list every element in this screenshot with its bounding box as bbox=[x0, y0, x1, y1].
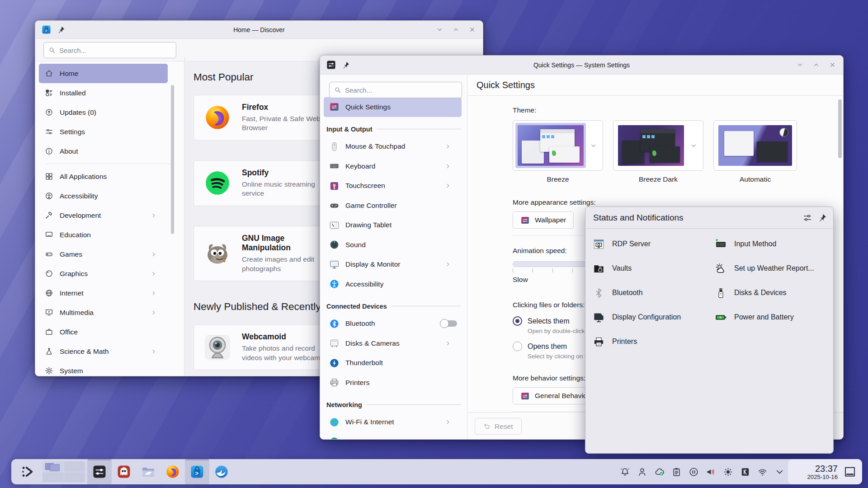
minimize-icon[interactable] bbox=[436, 26, 443, 33]
sidebar-item-science-math[interactable]: Science & Math bbox=[39, 342, 168, 361]
digital-clock[interactable]: 23:37 2025-10-16 bbox=[795, 464, 838, 480]
settings-item-mouse-touchpad[interactable]: Mouse & Touchpad bbox=[324, 137, 462, 157]
theme-dropdown-button[interactable] bbox=[686, 123, 701, 168]
popup-item-printers[interactable]: Printers bbox=[593, 329, 708, 354]
sidebar-item-accessibility[interactable]: Accessibility bbox=[39, 186, 168, 206]
close-icon[interactable] bbox=[829, 61, 836, 68]
tray-brightness[interactable] bbox=[719, 459, 736, 484]
pin-icon[interactable] bbox=[57, 26, 65, 33]
bluetooth-icon bbox=[593, 287, 605, 299]
sidebar-item-installed[interactable]: Installed bbox=[39, 83, 168, 103]
settings-item-display-monitor[interactable]: Display & Monitor bbox=[324, 255, 462, 275]
theme-card-breeze[interactable] bbox=[513, 120, 603, 171]
virtual-desktop-pager[interactable] bbox=[42, 461, 85, 482]
sidebar-item-home[interactable]: Home bbox=[39, 64, 168, 83]
popup-item-bluetooth[interactable]: Bluetooth bbox=[593, 281, 708, 305]
sidebar-item-all-applications[interactable]: All Applications bbox=[39, 167, 168, 186]
taskbar-system-settings[interactable] bbox=[87, 459, 112, 484]
taskbar-discover[interactable] bbox=[185, 459, 209, 484]
k-app-icon bbox=[740, 467, 750, 477]
radio-dot[interactable] bbox=[513, 342, 522, 351]
settings-item-label: Game Controller bbox=[345, 202, 457, 210]
popup-item-set-up-weather-report[interactable]: Set up Weather Report... bbox=[715, 256, 830, 281]
popup-item-disks-devices[interactable]: Disks & Devices bbox=[715, 281, 830, 305]
radio-dot[interactable] bbox=[513, 316, 522, 326]
tray-clipboard[interactable] bbox=[668, 459, 685, 484]
reset-button[interactable]: Reset bbox=[475, 418, 522, 435]
sidebar-item-system[interactable]: System bbox=[39, 361, 168, 376]
minimize-icon[interactable] bbox=[797, 61, 803, 68]
chevron-down-icon bbox=[590, 142, 597, 149]
pin-icon[interactable] bbox=[342, 61, 350, 69]
show-desktop-icon[interactable] bbox=[843, 465, 857, 479]
settings-item-disks-cameras[interactable]: Disks & Cameras bbox=[324, 333, 462, 353]
taskbar-dolphin-file-manager[interactable] bbox=[136, 459, 160, 484]
taskbar-falkon-browser[interactable] bbox=[209, 459, 234, 484]
tray-expand-tray[interactable] bbox=[771, 459, 788, 484]
search-input[interactable] bbox=[345, 86, 457, 94]
popup-item-label: Set up Weather Report... bbox=[734, 264, 814, 272]
wallpaper-button[interactable]: Wallpaper bbox=[513, 211, 574, 229]
rdp-server-icon bbox=[593, 238, 605, 250]
sidebar-item-settings[interactable]: Settings bbox=[39, 122, 168, 141]
pin-icon[interactable] bbox=[818, 213, 827, 222]
tray-k-app[interactable] bbox=[736, 459, 754, 484]
settings-item-game-controller[interactable]: Game Controller bbox=[324, 196, 462, 216]
settings-item-wi-fi-internet[interactable]: Wi-Fi & Internet bbox=[324, 413, 462, 432]
display-monitor-icon bbox=[329, 259, 340, 270]
search-field[interactable] bbox=[329, 82, 462, 98]
popup-item-display-configuration[interactable]: Display Configuration bbox=[593, 305, 708, 329]
tray-cloud-sync[interactable] bbox=[651, 459, 668, 484]
configure-icon[interactable] bbox=[802, 213, 812, 223]
settings-item-bluetooth[interactable]: Bluetooth bbox=[324, 314, 462, 334]
updates-icon bbox=[45, 108, 53, 117]
settings-item-sound[interactable]: Sound bbox=[324, 235, 462, 255]
bluetooth-toggle[interactable] bbox=[441, 320, 457, 327]
settings-item-printers[interactable]: Printers bbox=[324, 373, 462, 393]
theme-dropdown-button[interactable] bbox=[586, 123, 600, 168]
display-configuration-icon bbox=[593, 311, 605, 324]
sidebar-item-graphics[interactable]: Graphics bbox=[39, 264, 168, 283]
popup-item-power-and-battery[interactable]: Power and Battery bbox=[715, 305, 830, 329]
search-field[interactable] bbox=[43, 42, 176, 58]
settings-item-touchscreen[interactable]: Touchscreen bbox=[324, 176, 462, 196]
maximize-icon[interactable] bbox=[813, 61, 820, 68]
tray-network-wifi[interactable] bbox=[754, 459, 771, 484]
sidebar-item-updates-0[interactable]: Updates (0) bbox=[39, 103, 168, 122]
general-behavior-button[interactable]: General Behavior bbox=[513, 387, 597, 404]
search-input[interactable] bbox=[59, 47, 171, 54]
sidebar-item-development[interactable]: Development bbox=[39, 206, 168, 225]
settings-titlebar[interactable]: Quick Settings — System Settings bbox=[320, 56, 843, 75]
sidebar-item-about[interactable]: About bbox=[39, 141, 168, 161]
popup-item-rdp-server[interactable]: RDP Server bbox=[593, 232, 708, 256]
sidebar-scrollbar[interactable] bbox=[171, 85, 174, 234]
tray-media-player[interactable] bbox=[685, 459, 702, 484]
sidebar-item-games[interactable]: Games bbox=[39, 244, 168, 264]
sidebar-item-multimedia[interactable]: Multimedia bbox=[39, 303, 168, 322]
popup-item-input-method[interactable]: Input Method bbox=[715, 232, 830, 256]
settings-item-online-accounts[interactable]: Online Accounts bbox=[324, 432, 462, 439]
popup-item-label: Display Configuration bbox=[612, 313, 681, 321]
close-icon[interactable] bbox=[469, 26, 476, 33]
taskbar-app-launcher[interactable] bbox=[16, 459, 40, 484]
sidebar-item-internet[interactable]: Internet bbox=[39, 283, 168, 303]
settings-item-keyboard[interactable]: Keyboard bbox=[324, 156, 462, 176]
popup-item-vaults[interactable]: Vaults bbox=[593, 256, 708, 281]
maximize-icon[interactable] bbox=[453, 26, 459, 33]
content-scrollbar[interactable] bbox=[838, 99, 842, 158]
taskbar-ghost-app[interactable] bbox=[112, 459, 136, 484]
settings-item-quick-settings[interactable]: Quick Settings bbox=[324, 97, 462, 117]
settings-item-drawing-tablet[interactable]: Drawing Tablet bbox=[324, 216, 462, 235]
settings-item-accessibility[interactable]: Accessibility bbox=[324, 274, 462, 294]
theme-card-automatic[interactable] bbox=[713, 120, 797, 171]
theme-card-breeze-dark[interactable] bbox=[613, 120, 703, 171]
sidebar-item-office[interactable]: Office bbox=[39, 322, 168, 342]
sidebar-item-label: Accessibility bbox=[60, 192, 163, 200]
sidebar-item-education[interactable]: Education bbox=[39, 225, 168, 244]
tray-notifications[interactable] bbox=[616, 459, 633, 484]
discover-titlebar[interactable]: Home — Discover bbox=[35, 21, 483, 39]
settings-item-thunderbolt[interactable]: Thunderbolt bbox=[324, 353, 462, 373]
taskbar-firefox[interactable] bbox=[160, 459, 185, 484]
tray-volume[interactable] bbox=[702, 459, 719, 484]
tray-user-switcher[interactable] bbox=[633, 459, 651, 484]
